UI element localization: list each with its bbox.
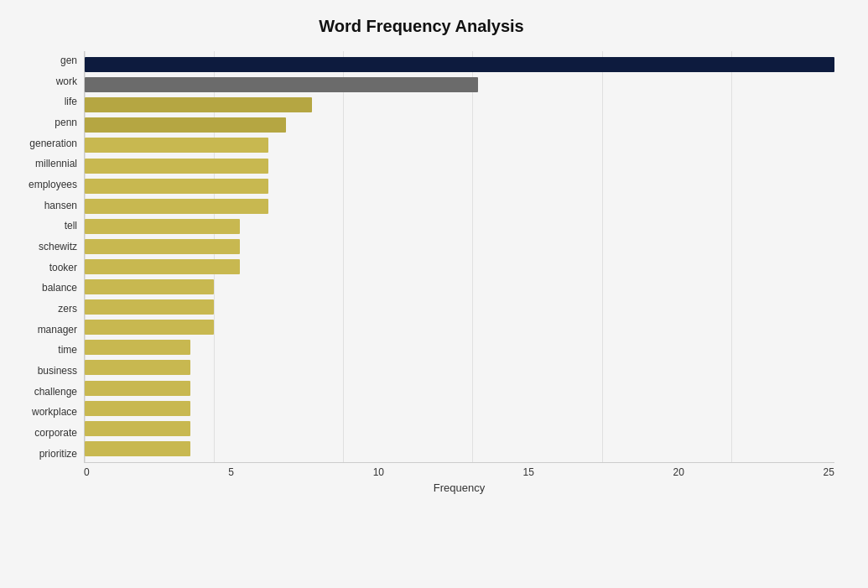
- bar: [85, 279, 214, 294]
- bar: [85, 117, 286, 133]
- bar-row: [85, 115, 834, 135]
- chart-area: genworklifepenngenerationmillennialemplo…: [8, 51, 834, 463]
- bar: [85, 57, 834, 72]
- y-label: schewitz: [39, 237, 77, 256]
- bar: [85, 441, 190, 456]
- bar-row: [85, 257, 834, 277]
- bar: [85, 320, 214, 335]
- x-tick: 0: [84, 466, 90, 478]
- bar: [85, 299, 214, 315]
- y-label: time: [58, 341, 77, 359]
- bar: [85, 381, 190, 396]
- y-labels: genworklifepenngenerationmillennialemplo…: [8, 51, 84, 463]
- bar: [85, 340, 190, 355]
- bar-row: [85, 55, 834, 75]
- bar-row: [85, 378, 834, 398]
- chart-title: Word Frequency Analysis: [8, 17, 834, 36]
- bar-row: [85, 419, 834, 439]
- y-label: prioritize: [39, 445, 77, 463]
- x-axis: 0510152025: [84, 463, 834, 478]
- y-label: generation: [29, 134, 77, 153]
- y-label: business: [38, 362, 77, 380]
- bar: [85, 199, 268, 214]
- bar: [85, 360, 190, 375]
- bar: [85, 138, 268, 153]
- y-label: life: [65, 92, 77, 111]
- bar-row: [85, 277, 834, 297]
- bar-row: [85, 135, 834, 155]
- bar: [85, 159, 268, 174]
- y-label: balance: [42, 278, 77, 297]
- bar-row: [85, 75, 834, 95]
- bar-row: [85, 196, 834, 216]
- x-tick: 15: [523, 466, 534, 478]
- y-label: penn: [55, 113, 77, 132]
- bar-row: [85, 317, 834, 337]
- bar: [85, 219, 240, 234]
- bar: [85, 239, 240, 254]
- bar-row: [85, 176, 834, 196]
- y-label: zers: [58, 299, 77, 318]
- bar-row: [85, 357, 834, 377]
- bars-area: [84, 51, 834, 463]
- x-tick: 20: [673, 466, 684, 478]
- y-label: tooker: [49, 258, 77, 277]
- bar-row: [85, 398, 834, 419]
- y-label: hansen: [44, 196, 77, 215]
- bar-row: [85, 439, 834, 459]
- bar: [85, 179, 268, 194]
- y-label: manager: [38, 320, 77, 339]
- bar-row: [85, 297, 834, 317]
- bar: [85, 401, 190, 416]
- y-label: tell: [65, 216, 77, 235]
- bar-row: [85, 155, 834, 175]
- y-label: gen: [60, 51, 77, 70]
- x-tick: 25: [824, 466, 834, 478]
- x-tick: 10: [373, 466, 384, 478]
- bar: [85, 421, 190, 436]
- bar-row: [85, 237, 834, 257]
- y-label: millennial: [35, 154, 77, 173]
- y-label: corporate: [34, 424, 77, 442]
- y-label: workplace: [32, 403, 77, 421]
- x-tick: 5: [228, 466, 234, 478]
- y-label: work: [56, 72, 77, 91]
- x-axis-label: Frequency: [84, 481, 834, 494]
- bar: [85, 259, 240, 274]
- bar: [85, 97, 312, 112]
- bar-row: [85, 337, 834, 357]
- bar-row: [85, 216, 834, 237]
- bar-row: [85, 95, 834, 115]
- y-label: employees: [29, 175, 77, 194]
- chart-container: Word Frequency Analysis genworklifepenng…: [0, 0, 868, 588]
- y-label: challenge: [34, 382, 77, 401]
- bar: [85, 77, 478, 92]
